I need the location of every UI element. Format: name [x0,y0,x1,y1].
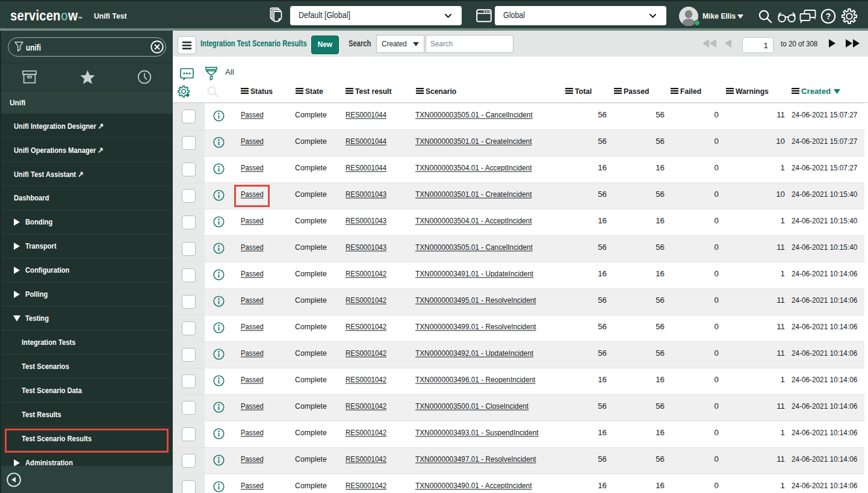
svg-text:?: ? [826,11,831,21]
